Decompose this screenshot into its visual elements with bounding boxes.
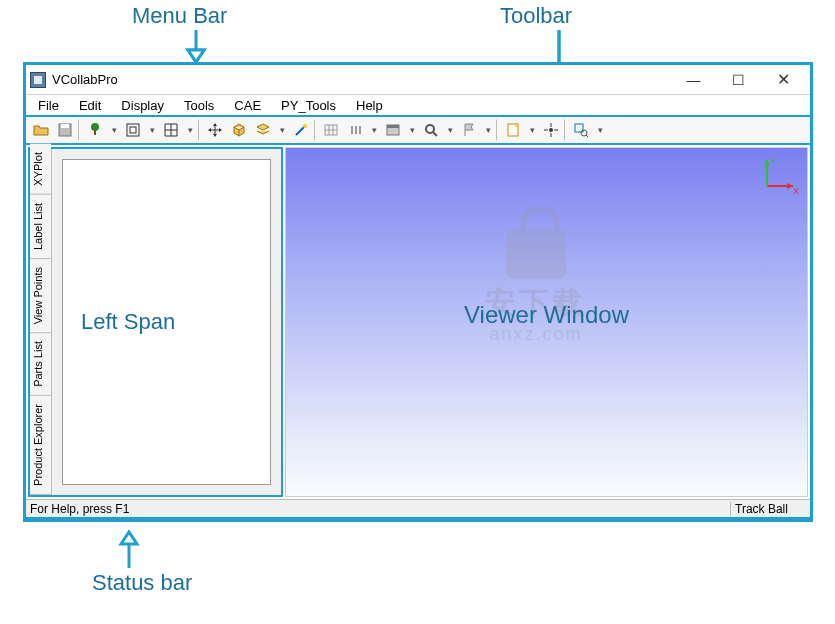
svg-point-15	[549, 128, 553, 132]
dropdown-arrow-icon[interactable]: ▾	[276, 119, 288, 141]
title-bar[interactable]: VCollabPro — ☐ ✕	[26, 65, 810, 95]
svg-point-3	[91, 123, 99, 131]
target-icon[interactable]	[540, 119, 562, 141]
vtab-view-points[interactable]: View Points	[30, 259, 51, 333]
tree-icon[interactable]	[84, 119, 106, 141]
arrow-statusbar	[117, 528, 141, 571]
vtab-xyplot[interactable]: XYPlot	[30, 144, 51, 195]
menu-tools[interactable]: Tools	[176, 96, 222, 115]
left-panel: Product Explorer Parts List View Points …	[28, 147, 283, 497]
select-zoom-icon[interactable]	[570, 119, 592, 141]
left-span-label: Left Span	[81, 309, 175, 335]
svg-rect-4	[94, 130, 96, 135]
box3d-icon[interactable]	[228, 119, 250, 141]
flag-icon[interactable]	[458, 119, 480, 141]
vtab-parts-list[interactable]: Parts List	[30, 333, 51, 396]
svg-line-13	[433, 132, 437, 136]
svg-line-18	[586, 135, 588, 137]
layers-icon[interactable]	[252, 119, 274, 141]
toolbar-separator	[314, 119, 318, 141]
open-icon[interactable]	[30, 119, 52, 141]
dropdown-arrow-icon[interactable]: ▾	[108, 119, 120, 141]
minimize-button[interactable]: —	[671, 66, 716, 94]
svg-rect-2	[61, 124, 69, 128]
svg-point-8	[303, 124, 307, 128]
svg-rect-6	[130, 127, 136, 133]
note-icon[interactable]	[502, 119, 524, 141]
status-bar: For Help, press F1 Track Ball	[26, 499, 810, 519]
wand-icon[interactable]	[290, 119, 312, 141]
lock-icon	[506, 229, 566, 279]
save-icon[interactable]	[54, 119, 76, 141]
toolbar: ▾▾▾▾▾▾▾▾▾▾	[26, 117, 810, 145]
window-icon[interactable]	[382, 119, 404, 141]
menu-cae[interactable]: CAE	[226, 96, 269, 115]
svg-rect-11	[387, 125, 399, 128]
menu-help[interactable]: Help	[348, 96, 391, 115]
dropdown-arrow-icon[interactable]: ▾	[406, 119, 418, 141]
status-mode: Track Ball	[730, 502, 810, 516]
annotation-menubar: Menu Bar	[132, 3, 227, 29]
grid-icon[interactable]	[160, 119, 182, 141]
svg-text:Y: Y	[770, 156, 776, 166]
dropdown-arrow-icon[interactable]: ▾	[368, 119, 380, 141]
menu-file[interactable]: File	[30, 96, 67, 115]
annotation-statusbar: Status bar	[92, 570, 192, 596]
menu-pytools[interactable]: PY_Tools	[273, 96, 344, 115]
vertical-tabs: Product Explorer Parts List View Points …	[30, 149, 52, 495]
move-icon[interactable]	[204, 119, 226, 141]
app-icon	[30, 72, 46, 88]
annotation-toolbar: Toolbar	[500, 3, 572, 29]
toolbar-separator	[496, 119, 500, 141]
dropdown-arrow-icon[interactable]: ▾	[594, 119, 606, 141]
dropdown-arrow-icon[interactable]: ▾	[184, 119, 196, 141]
zoom-icon[interactable]	[420, 119, 442, 141]
workspace: Product Explorer Parts List View Points …	[26, 145, 810, 499]
window-title: VCollabPro	[52, 72, 118, 87]
dropdown-arrow-icon[interactable]: ▾	[482, 119, 494, 141]
fit-icon[interactable]	[122, 119, 144, 141]
dropdown-arrow-icon[interactable]: ▾	[526, 119, 538, 141]
svg-text:X: X	[793, 186, 799, 194]
vtab-product-explorer[interactable]: Product Explorer	[30, 396, 51, 495]
toolbar-separator	[78, 119, 82, 141]
menu-bar: File Edit Display Tools CAE PY_Tools Hel…	[26, 95, 810, 117]
list-icon[interactable]	[344, 119, 366, 141]
mesh-icon[interactable]	[320, 119, 342, 141]
vtab-label-list[interactable]: Label List	[30, 195, 51, 259]
svg-point-12	[426, 125, 434, 133]
menu-display[interactable]: Display	[113, 96, 172, 115]
dropdown-arrow-icon[interactable]: ▾	[146, 119, 158, 141]
status-help-text: For Help, press F1	[26, 502, 730, 516]
viewer-label: Viewer Window	[464, 301, 629, 329]
maximize-button[interactable]: ☐	[716, 66, 761, 94]
dropdown-arrow-icon[interactable]: ▾	[444, 119, 456, 141]
toolbar-separator	[564, 119, 568, 141]
axis-triad: X Y	[759, 154, 799, 194]
svg-rect-5	[127, 124, 139, 136]
toolbar-separator	[198, 119, 202, 141]
viewer-window[interactable]: 安下载 anxz.com Viewer Window X Y	[285, 147, 808, 497]
app-window: VCollabPro — ☐ ✕ File Edit Display Tools…	[23, 62, 813, 522]
left-content: Left Span	[62, 159, 271, 485]
close-button[interactable]: ✕	[761, 66, 806, 94]
menu-edit[interactable]: Edit	[71, 96, 109, 115]
